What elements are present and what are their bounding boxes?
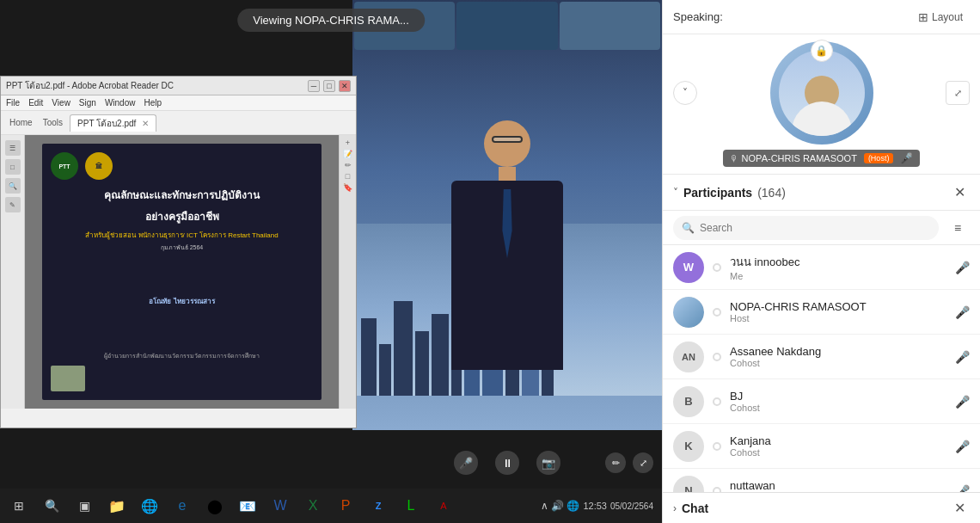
taskbar-apps: 📁 🌐 e ⬤ 📧 W X P Z L A (101, 492, 539, 520)
host-avatar-inner (779, 50, 865, 136)
close-button[interactable]: ✕ (339, 80, 351, 92)
right-toolbar-shape-icon[interactable]: □ (346, 172, 350, 181)
pdf-page: PTT 🏛 คุณลักษณะและทักษะการปฏิบัติงาน อย่… (42, 144, 322, 400)
participant-info: nuttawan Cohost (730, 479, 946, 492)
start-button[interactable]: ⊞ (3, 492, 34, 520)
participant-info: Assanee Nakdang Cohost (730, 345, 946, 368)
viewing-bar: Viewing NOPA-CHRIS RAMA... (237, 9, 425, 32)
pdf-content: ☰ □ 🔍 ✎ PTT 🏛 คุณลักษณะและทักษะการปฏิบัต… (1, 135, 356, 409)
pdf-title-bar: PPT โต้อบ2.pdf - Adobe Acrobat Reader DC… (1, 77, 356, 95)
participant-item: NOPA-CHRIS RAMASOOT Host 🎤 (663, 290, 980, 335)
pdf-toolbar: Home Tools PPT โต้อบ2.pdf ✕ (1, 111, 356, 135)
slide-presenter-name: อโณทัย ไทยวรรณสาร (51, 296, 313, 307)
chat-expand-icon[interactable]: › (673, 502, 677, 514)
taskbar-excel[interactable]: X (297, 492, 328, 520)
menu-view[interactable]: View (52, 98, 70, 108)
participant-item: K Kanjana Cohost 🎤 (663, 424, 980, 469)
taskbar-time: 12:53 (583, 501, 607, 511)
participant-item: AN Assanee Nakdang Cohost 🎤 (663, 335, 980, 379)
search-bar: 🔍 ≡ (663, 211, 980, 245)
right-toolbar-stamp-icon[interactable]: 🔖 (343, 183, 352, 192)
sidebar-bookmark-icon[interactable]: ☰ (5, 140, 21, 156)
participant-item: B BJ Cohost 🎤 (663, 379, 980, 424)
camera-button[interactable]: 📷 (536, 451, 560, 475)
menu-window[interactable]: Window (105, 98, 136, 108)
right-toolbar-highlight-icon[interactable]: ✏ (345, 161, 352, 169)
participant-mic-muted-icon: 🎤 (955, 395, 970, 409)
layout-button[interactable]: ⊞ Layout (911, 7, 970, 28)
toolbar-home[interactable]: Home (6, 116, 36, 129)
pdf-sidebar: ☰ □ 🔍 ✎ (1, 135, 25, 409)
pdf-tab-active[interactable]: PPT โต้อบ2.pdf ✕ (70, 114, 156, 132)
search-icon: 🔍 (682, 222, 695, 234)
menu-edit[interactable]: Edit (28, 98, 43, 108)
participant-avatar: AN (673, 341, 704, 372)
pause-button[interactable]: ⏸ (495, 451, 519, 475)
maximize-button[interactable]: □ (323, 80, 335, 92)
slide-date: กุมภาพันธ์ 2564 (51, 243, 313, 252)
edit-button[interactable]: ✏ (605, 452, 626, 473)
tab-close-icon[interactable]: ✕ (142, 119, 149, 128)
participant-mic-muted-icon: 🎤 (955, 440, 970, 453)
host-badge: (Host) (864, 153, 894, 163)
participant-name: Kanjana (730, 434, 946, 447)
taskbar-acrobat[interactable]: A (428, 492, 459, 520)
taskbar-chrome[interactable]: ⬤ (199, 492, 230, 520)
task-view-button[interactable]: ▣ (69, 492, 100, 520)
right-toolbar-add-icon[interactable]: + (346, 138, 350, 147)
pdf-right-toolbar: + 📝 ✏ □ 🔖 (339, 135, 356, 409)
participants-title: Participants (683, 186, 752, 200)
speaking-label: Speaking: (673, 10, 723, 23)
mic-button[interactable]: 🎤 (454, 451, 478, 475)
participant-ring (713, 263, 721, 272)
host-expand-button[interactable]: ⤢ (946, 81, 970, 105)
taskbar-word[interactable]: W (265, 492, 296, 520)
right-toolbar-note-icon[interactable]: 📝 (343, 150, 352, 158)
participant-role: Cohost (730, 403, 946, 413)
slide-title-line1: คุณลักษณะและทักษะการปฏิบัติงาน (51, 188, 313, 203)
host-chevron-button[interactable]: ˅ (673, 81, 697, 105)
menu-sign[interactable]: Sign (79, 98, 96, 108)
taskbar: ⊞ 🔍 ▣ 📁 🌐 e ⬤ 📧 W X P Z L A ∧ 🔊 🌐 12:53 … (0, 489, 662, 523)
chat-close-button[interactable]: ✕ (949, 498, 970, 519)
video-cell-2 (456, 2, 557, 50)
taskbar-explorer[interactable]: 📁 (101, 492, 132, 520)
host-name: NOPA-CHRIS RAMASOOT (742, 153, 857, 163)
taskbar-line[interactable]: L (395, 492, 426, 520)
toolbar-tools[interactable]: Tools (40, 116, 66, 129)
taskbar-powerpoint[interactable]: P (330, 492, 361, 520)
video-cell-3 (560, 2, 660, 50)
participants-close-button[interactable]: ✕ (949, 182, 970, 203)
pdf-main-area: PTT 🏛 คุณลักษณะและทักษะการปฏิบัติงาน อย่… (25, 135, 339, 409)
participant-name: nuttawan (730, 479, 946, 492)
search-button[interactable]: 🔍 (36, 492, 67, 520)
taskbar-sys-icons: ∧ 🔊 🌐 (541, 500, 580, 512)
participant-mic-muted-icon: 🎤 (955, 484, 970, 493)
slide-photo-area (51, 366, 313, 391)
menu-file[interactable]: File (6, 98, 20, 108)
participant-avatar: N (673, 476, 704, 493)
minimize-button[interactable]: ─ (308, 80, 320, 92)
taskbar-app1[interactable]: 📧 (232, 492, 263, 520)
avatar-body (792, 102, 852, 136)
sort-button[interactable]: ≡ (946, 216, 970, 240)
chevron-right-icon[interactable]: ˅ (673, 187, 678, 199)
sidebar-search-icon[interactable]: 🔍 (5, 178, 21, 194)
taskbar-zoom[interactable]: Z (363, 492, 394, 520)
participant-mic-icon: 🎤 (955, 261, 970, 274)
search-input-container: 🔍 (673, 216, 939, 240)
participants-header: ˅ Participants (164) ✕ (663, 175, 980, 211)
host-mute-icon: 🎤 (900, 152, 913, 164)
sidebar-thumbnail-icon[interactable]: □ (5, 159, 21, 175)
sidebar-annotation-icon[interactable]: ✎ (5, 197, 21, 212)
participant-item: N nuttawan Cohost 🎤 (663, 469, 980, 492)
expand-button[interactable]: ⤢ (633, 452, 653, 473)
participant-ring (713, 442, 721, 451)
taskbar-ie[interactable]: e (167, 492, 198, 520)
participant-avatar (673, 297, 704, 328)
presenter-video (352, 0, 662, 430)
slide-photo (51, 366, 85, 391)
taskbar-edge[interactable]: 🌐 (134, 492, 165, 520)
menu-help[interactable]: Help (144, 98, 162, 108)
search-input[interactable] (700, 222, 930, 234)
